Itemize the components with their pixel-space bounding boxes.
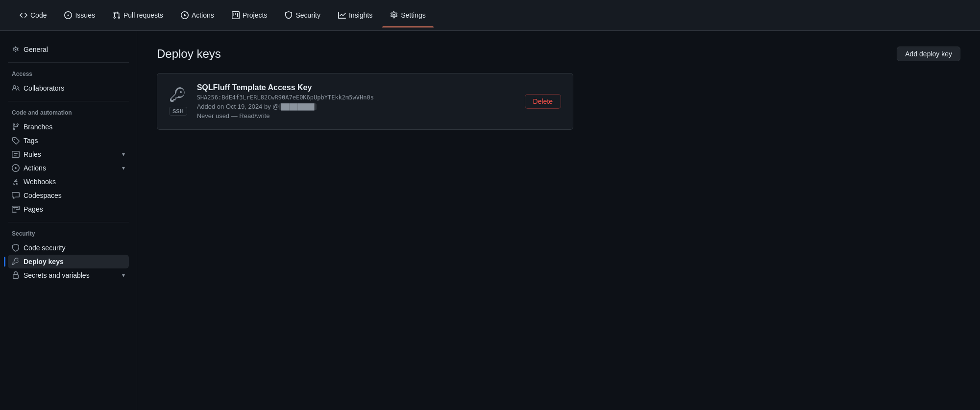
sidebar-item-general[interactable]: General <box>8 43 129 56</box>
sidebar-webhooks-label: Webhooks <box>24 178 125 186</box>
chevron-down-icon: ▾ <box>122 151 125 158</box>
main-content: Deploy keys Add deploy key SSH SQLFluff … <box>137 31 980 410</box>
sidebar-item-actions[interactable]: Actions ▾ <box>8 161 129 175</box>
sidebar-divider-1 <box>8 62 129 63</box>
nav-item-actions[interactable]: Actions <box>173 7 222 23</box>
sidebar-item-code-security[interactable]: Code security <box>8 241 129 255</box>
projects-icon <box>232 11 240 19</box>
sidebar-pages-label: Pages <box>24 205 125 213</box>
sidebar-secrets-label: Secrets and variables <box>24 271 118 279</box>
shield-icon <box>12 244 20 252</box>
top-navigation: Code Issues Pull requests Actions Projec… <box>0 0 980 31</box>
settings-icon <box>390 11 398 19</box>
security-nav-icon <box>285 11 293 19</box>
sidebar-item-tags[interactable]: Tags <box>8 134 129 147</box>
nav-label-actions: Actions <box>192 11 214 19</box>
sidebar-section-access: Access <box>8 71 129 77</box>
gear-icon <box>12 46 20 53</box>
nav-label-issues: Issues <box>75 11 95 19</box>
nav-label-insights: Insights <box>349 11 372 19</box>
nav-label-code: Code <box>30 11 47 19</box>
nav-label-settings: Settings <box>401 11 426 19</box>
deploy-key-icon <box>170 87 186 103</box>
ssh-badge: SSH <box>169 107 187 116</box>
issues-icon <box>64 11 72 19</box>
username-badge: ████████ <box>279 103 317 110</box>
nav-item-settings[interactable]: Settings <box>382 7 434 23</box>
actions-icon <box>181 11 189 19</box>
sidebar-tags-label: Tags <box>24 137 125 145</box>
codespaces-icon <box>12 192 20 199</box>
sidebar-code-security-label: Code security <box>24 244 125 252</box>
actions-sidebar-icon <box>12 164 20 172</box>
key-icon <box>12 258 20 265</box>
page-title: Deploy keys <box>157 47 221 61</box>
sidebar-item-pages[interactable]: Pages <box>8 202 129 216</box>
sidebar-actions-label: Actions <box>24 164 118 172</box>
add-deploy-key-button[interactable]: Add deploy key <box>897 47 960 61</box>
webhooks-icon <box>12 178 20 186</box>
secrets-chevron-icon: ▾ <box>122 272 125 279</box>
branches-icon <box>12 123 20 131</box>
rules-icon <box>12 150 20 158</box>
nav-label-security: Security <box>295 11 320 19</box>
nav-item-issues[interactable]: Issues <box>56 7 102 23</box>
added-on-text: Added on Oct 19, 2024 by @ <box>197 103 279 110</box>
page-header: Deploy keys Add deploy key <box>157 47 960 61</box>
sidebar-codespaces-label: Codespaces <box>24 192 125 199</box>
nav-item-projects[interactable]: Projects <box>224 7 275 23</box>
sidebar-deploy-keys-label: Deploy keys <box>24 258 125 265</box>
actions-chevron-icon: ▾ <box>122 165 125 171</box>
sidebar-divider-3 <box>8 222 129 222</box>
sidebar-item-webhooks[interactable]: Webhooks <box>8 175 129 189</box>
people-icon <box>12 84 20 92</box>
sidebar-item-collaborators[interactable]: Collaborators <box>8 81 129 95</box>
delete-button[interactable]: Delete <box>525 94 561 109</box>
sidebar-branches-label: Branches <box>24 123 125 131</box>
sidebar-item-rules[interactable]: Rules ▾ <box>8 147 129 161</box>
nav-item-insights[interactable]: Insights <box>330 7 380 23</box>
nav-label-pull-requests: Pull requests <box>123 11 163 19</box>
nav-item-pull-requests[interactable]: Pull requests <box>105 7 171 23</box>
sidebar-divider-2 <box>8 101 129 101</box>
page-layout: General Access Collaborators Code and au… <box>0 31 980 410</box>
sidebar-section-security: Security <box>8 230 129 237</box>
sidebar-item-deploy-keys[interactable]: Deploy keys <box>8 255 129 268</box>
key-details: SQLFluff Template Access Key SHA256:BdE4… <box>197 83 515 120</box>
nav-item-code[interactable]: Code <box>12 7 54 23</box>
lock-icon <box>12 271 20 279</box>
sidebar: General Access Collaborators Code and au… <box>0 31 137 410</box>
code-icon <box>20 11 27 19</box>
key-meta-added: Added on Oct 19, 2024 by @████████ <box>197 103 515 110</box>
key-fingerprint: SHA256:BdE4f3LrERL82CwR90A7eE0K6pUpbYTEk… <box>197 94 515 101</box>
sidebar-rules-label: Rules <box>24 150 118 158</box>
insights-icon <box>338 11 346 19</box>
sidebar-collaborators-label: Collaborators <box>24 84 125 92</box>
nav-label-projects: Projects <box>243 11 268 19</box>
key-name: SQLFluff Template Access Key <box>197 83 515 92</box>
nav-item-security[interactable]: Security <box>277 7 328 23</box>
tags-icon <box>12 137 20 145</box>
sidebar-section-code-automation: Code and automation <box>8 109 129 116</box>
key-icon-area: SSH <box>169 87 187 116</box>
key-usage: Never used — Read/write <box>197 112 515 120</box>
deploy-key-card: SSH SQLFluff Template Access Key SHA256:… <box>157 73 573 130</box>
pull-request-icon <box>113 11 121 19</box>
sidebar-item-codespaces[interactable]: Codespaces <box>8 189 129 202</box>
sidebar-general-label: General <box>24 46 125 53</box>
sidebar-item-branches[interactable]: Branches <box>8 120 129 134</box>
sidebar-item-secrets-variables[interactable]: Secrets and variables ▾ <box>8 268 129 282</box>
pages-icon <box>12 205 20 213</box>
